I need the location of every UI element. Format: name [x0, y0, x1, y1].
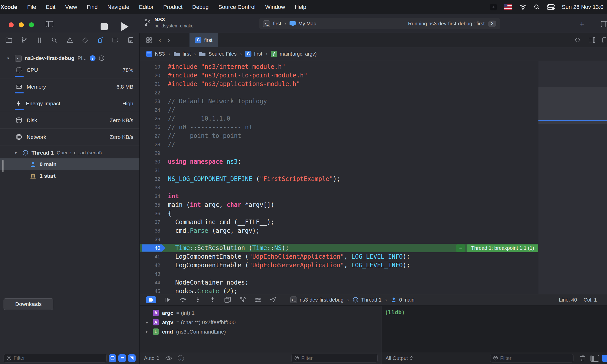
code-line-34[interactable]: 34int — [140, 192, 538, 201]
zoom-button[interactable] — [29, 22, 34, 27]
debug-breadcrumb-item[interactable]: >_ns3-dev-first-debug — [290, 296, 343, 303]
process-pause-icon[interactable] — [99, 55, 105, 61]
line-number[interactable]: 44 — [140, 278, 166, 287]
source-control-navigator-icon[interactable] — [21, 37, 27, 43]
menu-view[interactable]: View — [60, 4, 82, 10]
stop-button[interactable] — [101, 23, 108, 30]
line-number[interactable]: 32 — [140, 175, 166, 183]
menubar-extra-icon[interactable] — [490, 4, 497, 10]
code-line-29[interactable]: 29 — [140, 149, 538, 157]
breadcrumb-item[interactable]: Source Files — [199, 51, 236, 57]
line-number[interactable]: 34 — [140, 192, 166, 201]
test-navigator-icon[interactable] — [82, 37, 88, 43]
input-source-flag-icon[interactable] — [504, 4, 512, 10]
tab-overview-icon[interactable] — [146, 37, 152, 43]
line-number[interactable]: 30 — [140, 157, 166, 166]
line-number[interactable]: 23 — [140, 97, 166, 106]
console-filter-field[interactable] — [490, 354, 573, 362]
symbol-navigator-icon[interactable] — [36, 37, 42, 43]
eye-icon[interactable] — [165, 356, 172, 361]
stack-frame-0[interactable]: 0 main — [0, 158, 139, 170]
code-line-24[interactable]: 24// — [140, 106, 538, 114]
source-editor[interactable]: 19#include "ns3/internet-module.h"20#inc… — [140, 61, 607, 294]
code-line-28[interactable]: 28// — [140, 140, 538, 149]
line-number[interactable]: 29 — [140, 149, 166, 157]
project-navigator-icon[interactable] — [6, 37, 12, 43]
minimize-button[interactable] — [19, 22, 24, 27]
code-line-45[interactable]: 45 nodes.Create (2); — [140, 287, 538, 294]
line-number[interactable]: 43 — [140, 270, 166, 278]
disclosure-triangle-icon[interactable]: ▸ — [145, 329, 150, 334]
filter-toggle-1-icon[interactable] — [109, 354, 116, 362]
line-number[interactable]: 27 — [140, 131, 166, 140]
code-line-42[interactable]: 42 LogComponentEnable ("UdpEchoServerApp… — [140, 261, 538, 270]
wifi-icon[interactable] — [519, 4, 527, 10]
variable-row-cmd[interactable]: ▸Lcmd(ns3::CommandLine) — [140, 327, 381, 336]
line-number[interactable]: 45 — [140, 287, 166, 294]
code-line-30[interactable]: 30using namespace ns3; — [140, 157, 538, 166]
line-number[interactable]: 38 — [140, 226, 166, 235]
debug-navigator-icon[interactable] — [97, 37, 103, 43]
minimap[interactable] — [538, 61, 607, 294]
adjust-editor-icon[interactable] — [588, 37, 595, 43]
console-filter-input[interactable] — [500, 355, 570, 361]
toggle-navigator-icon[interactable] — [46, 21, 53, 27]
output-selector[interactable]: All Output — [386, 355, 413, 361]
debug-breadcrumb-item[interactable]: Thread 1 — [353, 297, 381, 303]
library-add-button[interactable]: + — [580, 20, 584, 29]
spotlight-search-icon[interactable] — [534, 4, 540, 10]
line-number[interactable]: 37 — [140, 218, 166, 226]
variable-row-argv[interactable]: ▸Aargv= (char **) 0x7ffeefbff500 — [140, 318, 381, 327]
issues-badge[interactable]: 2 — [488, 21, 496, 27]
code-line-38[interactable]: 38 cmd.Parse (argc, argv); — [140, 226, 538, 235]
scope-selector[interactable]: Auto — [144, 355, 159, 361]
code-line-43[interactable]: 43 — [140, 270, 538, 278]
code-line-36[interactable]: 36{ — [140, 209, 538, 218]
downloads-button[interactable]: Downloads — [4, 298, 53, 310]
run-button[interactable] — [121, 22, 129, 31]
breakpoint-annotation[interactable]: ≡Thread 1: breakpoint 1.1 (1) — [456, 244, 538, 252]
destination-selector[interactable]: My Mac — [298, 21, 316, 27]
breakpoint-navigator-icon[interactable] — [112, 37, 119, 43]
breakpoints-toggle-button[interactable] — [146, 296, 156, 303]
disclosure-chevron-icon[interactable]: ▾ — [7, 56, 12, 61]
filter-toggle-2-icon[interactable] — [118, 354, 126, 362]
breadcrumb-item[interactable]: Cfirst — [245, 51, 262, 57]
add-editor-icon[interactable] — [602, 37, 606, 43]
code-line-37[interactable]: 37 CommandLine cmd (__FILE__); — [140, 218, 538, 226]
line-number[interactable]: 41 — [140, 252, 166, 261]
line-number[interactable]: 31 — [140, 166, 166, 175]
menu-help[interactable]: Help — [290, 4, 311, 10]
code-line-22[interactable]: 22 — [140, 88, 538, 97]
sidebar-filter-input[interactable] — [14, 355, 104, 361]
continue-button[interactable] — [165, 297, 171, 303]
info-icon[interactable]: i — [178, 355, 184, 361]
scheme-selector[interactable]: first — [273, 21, 281, 27]
issue-navigator-icon[interactable] — [67, 37, 73, 43]
step-over-button[interactable] — [180, 297, 186, 303]
gauge-disk[interactable]: DiskZero KB/s — [0, 112, 139, 129]
code-line-21[interactable]: 21#include "ns3/applications-module.h" — [140, 80, 538, 88]
debug-breadcrumb-item[interactable]: 0 main — [391, 297, 414, 303]
disclosure-triangle-icon[interactable]: ▸ — [145, 320, 150, 325]
gauge-energy-impact[interactable]: Energy ImpactHigh — [0, 95, 139, 112]
app-menu[interactable]: Xcode — [0, 4, 22, 10]
menu-editor[interactable]: Editor — [134, 4, 158, 10]
code-review-icon[interactable] — [574, 37, 581, 43]
variable-row-argc[interactable]: Aargc= (int) 1 — [140, 308, 381, 318]
annotation-menu-icon[interactable]: ≡ — [456, 244, 465, 252]
report-navigator-icon[interactable] — [128, 37, 134, 43]
breadcrumb-item[interactable]: ƒmain(argc, argv) — [271, 51, 317, 57]
editor-options-icon[interactable] — [601, 21, 607, 27]
code-line-31[interactable]: 31 — [140, 166, 538, 175]
code-line-32[interactable]: 32NS_LOG_COMPONENT_DEFINE ("FirstScriptE… — [140, 175, 538, 183]
code-line-39[interactable]: 39 — [140, 235, 538, 244]
tab-first[interactable]: C first — [189, 33, 218, 47]
line-number[interactable]: 36 — [140, 209, 166, 218]
menu-file[interactable]: File — [22, 4, 41, 10]
line-number[interactable]: 24 — [140, 106, 166, 114]
gauge-memory[interactable]: Memory6,8 MB — [0, 78, 139, 95]
menu-product[interactable]: Product — [158, 4, 187, 10]
process-info-icon[interactable]: i — [90, 55, 95, 61]
back-button[interactable]: ‹ — [159, 36, 161, 44]
